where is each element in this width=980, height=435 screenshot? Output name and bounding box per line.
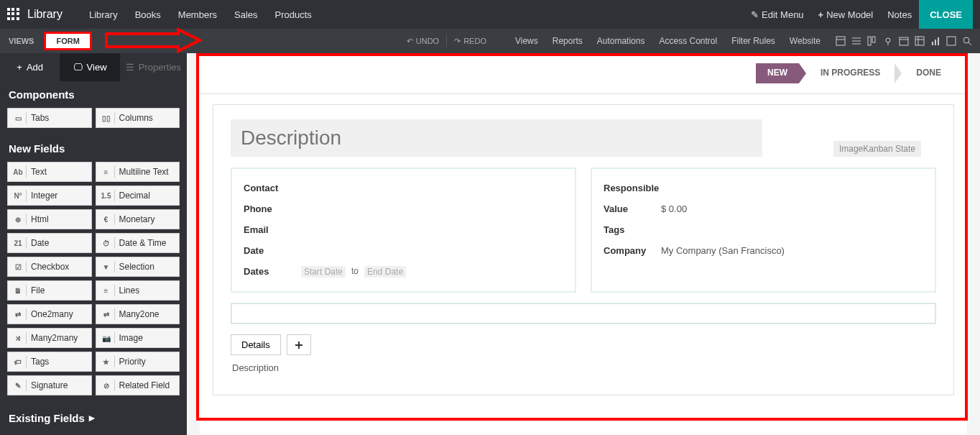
field-icon: 🗎 (14, 285, 27, 296)
phone-label: Phone (244, 203, 301, 214)
comp-tabs[interactable]: ▭Tabs (7, 108, 92, 128)
nav-sales[interactable]: Sales (226, 0, 267, 29)
name-field[interactable] (231, 303, 936, 324)
field-date-time[interactable]: ⏱Date & Time (96, 233, 180, 253)
status-done[interactable]: DONE (905, 63, 953, 83)
field-icon: ≡ (102, 166, 115, 178)
new-model-button[interactable]: New Model (811, 0, 881, 29)
field-one2many[interactable]: ⇄One2many (7, 304, 92, 324)
sidebar: +Add 🖵View ☰Properties Components ▭Tabs … (0, 53, 187, 435)
link-access[interactable]: Access Control (652, 36, 724, 46)
left-column: Contact Phone Email Date Dates Start Dat… (231, 168, 576, 293)
graph-view-icon[interactable] (930, 35, 941, 47)
form-tab[interactable]: FORM (44, 32, 91, 50)
field-lines[interactable]: ≡Lines (96, 280, 180, 301)
subbar: VIEWS FORM ↶UNDO ↷REDO Views Reports Aut… (0, 29, 980, 53)
properties-tab[interactable]: ☰Properties (120, 53, 187, 81)
views-tab[interactable]: VIEWS (0, 29, 42, 53)
link-filter[interactable]: Filter Rules (724, 36, 782, 46)
nav-members[interactable]: Members (170, 0, 226, 29)
columns-icon: ▯▯ (102, 112, 115, 124)
end-date-input[interactable]: End Date (364, 266, 406, 278)
nav-books[interactable]: Books (126, 0, 170, 29)
svg-rect-5 (868, 37, 871, 45)
field-text[interactable]: AbText (7, 162, 92, 182)
svg-line-18 (969, 42, 971, 45)
activity-view-icon[interactable] (946, 35, 957, 47)
field-multiline-text[interactable]: ≡Multiline Text (96, 162, 180, 182)
undo-button[interactable]: ↶UNDO (399, 37, 446, 46)
field-integer[interactable]: N°Integer (7, 186, 92, 206)
field-selection[interactable]: ▼Selection (96, 257, 180, 277)
field-file[interactable]: 🗎File (7, 280, 92, 301)
svg-rect-15 (938, 37, 939, 45)
notes-button[interactable]: Notes (880, 0, 919, 29)
existing-fields[interactable]: Existing Fields▸ (0, 403, 187, 433)
calendar-view-icon[interactable] (898, 35, 910, 47)
apps-icon[interactable] (7, 8, 20, 21)
right-column: Responsible Value$ 0.00 Tags CompanyMy C… (591, 168, 936, 293)
status-new[interactable]: NEW (756, 63, 799, 83)
date-label: Date (244, 245, 301, 256)
tags-label: Tags (604, 224, 661, 235)
list-view-icon[interactable] (851, 35, 862, 47)
field-icon: ⏱ (102, 237, 115, 249)
tab-content: Description (231, 355, 936, 380)
field-icon: ⇄ (14, 308, 27, 320)
email-label: Email (244, 224, 301, 235)
field-tags[interactable]: 🏷Tags (7, 352, 92, 372)
pivot-view-icon[interactable] (914, 35, 925, 47)
field-icon: 21 (14, 237, 27, 249)
field-date[interactable]: 21Date (7, 233, 92, 253)
newfields-heading: New Fields (0, 135, 187, 162)
nav-library[interactable]: Library (80, 0, 126, 29)
field-icon: ⊕ (14, 214, 27, 225)
comp-columns[interactable]: ▯▯Columns (96, 108, 180, 128)
value-label: Value (604, 203, 661, 214)
link-views[interactable]: Views (508, 36, 545, 46)
value-value: $ 0.00 (661, 203, 687, 214)
form-view-icon[interactable] (835, 35, 846, 47)
field-icon: ✎ (14, 380, 27, 391)
field-decimal[interactable]: 1.5Decimal (96, 186, 180, 206)
company-label: Company (604, 245, 661, 256)
redo-button[interactable]: ↷REDO (447, 37, 494, 46)
tab-details[interactable]: Details (231, 334, 281, 355)
monitor-icon: 🖵 (73, 62, 83, 73)
kanban-view-icon[interactable] (866, 35, 878, 47)
nav-products[interactable]: Products (267, 0, 320, 29)
svg-rect-6 (872, 37, 875, 42)
search-view-icon[interactable] (961, 35, 973, 47)
link-automations[interactable]: Automations (590, 36, 652, 46)
map-view-icon[interactable] (882, 35, 894, 47)
statusbar: NEW IN PROGRESS DONE (200, 53, 967, 93)
list-icon: ☰ (126, 62, 134, 73)
image-kanban-state[interactable]: ImageKanban State (833, 141, 921, 157)
field-icon: ⤨ (14, 332, 27, 344)
start-date-input[interactable]: Start Date (301, 266, 346, 278)
link-website[interactable]: Website (782, 36, 828, 46)
app-title: Library (27, 8, 63, 21)
status-progress[interactable]: IN PROGRESS (809, 63, 892, 83)
description-input[interactable] (231, 119, 762, 157)
plus-icon: + (17, 62, 22, 73)
field-monetary[interactable]: €Monetary (96, 209, 180, 229)
field-many2one[interactable]: ⇄Many2one (96, 304, 180, 324)
undo-icon: ↶ (407, 37, 413, 46)
field-signature[interactable]: ✎Signature (7, 375, 92, 395)
tab-add-button[interactable] (287, 334, 311, 355)
field-image[interactable]: 📷Image (96, 328, 180, 348)
add-tab[interactable]: +Add (0, 53, 60, 81)
field-html[interactable]: ⊕Html (7, 209, 92, 229)
link-reports[interactable]: Reports (545, 36, 590, 46)
svg-point-17 (963, 37, 969, 43)
field-checkbox[interactable]: ☑Checkbox (7, 257, 92, 277)
edit-menu-button[interactable]: Edit Menu (744, 0, 811, 29)
close-button[interactable]: CLOSE (919, 0, 973, 29)
field-priority[interactable]: ★Priority (96, 352, 180, 372)
field-many2many[interactable]: ⤨Many2many (7, 328, 92, 348)
view-tab[interactable]: 🖵View (60, 53, 119, 81)
field-related-field[interactable]: ⊘Related Field (96, 375, 180, 395)
field-icon: ⇄ (102, 308, 115, 320)
field-icon: 🏷 (14, 356, 27, 367)
